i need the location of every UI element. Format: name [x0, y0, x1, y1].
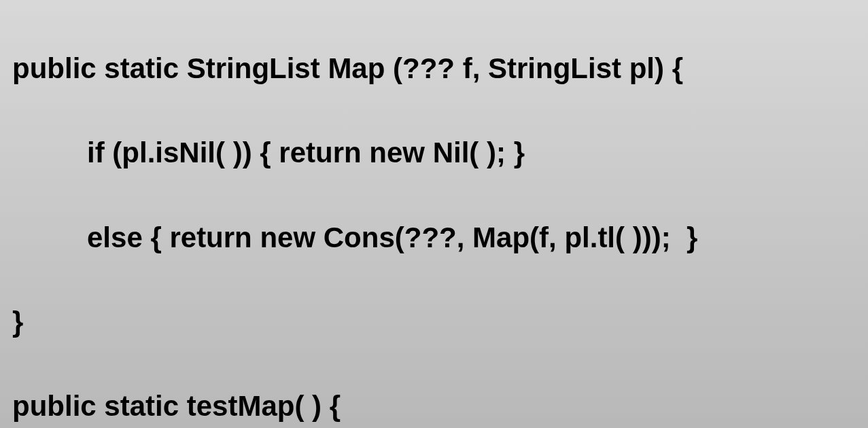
code-line: else { return new Cons(???, Map(f, pl.tl…	[12, 217, 856, 259]
code-block: public static StringList Map (??? f, Str…	[12, 5, 856, 428]
code-line: }	[12, 301, 856, 343]
code-line: public static testMap( ) {	[12, 385, 856, 427]
code-line: if (pl.isNil( )) { return new Nil( ); }	[12, 132, 856, 174]
code-line: public static StringList Map (??? f, Str…	[12, 48, 856, 90]
